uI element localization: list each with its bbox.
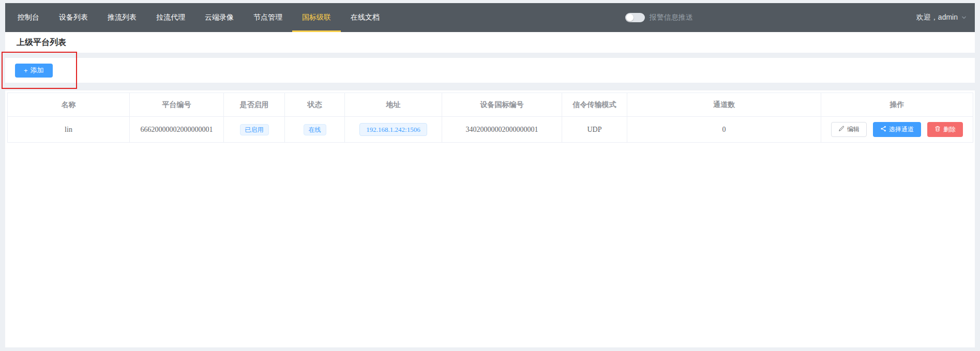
cell-enabled: 已启用 bbox=[224, 117, 285, 143]
toggle-knob bbox=[626, 14, 634, 21]
page-title: 上级平台列表 bbox=[17, 37, 66, 48]
cell-address: 192.168.1.242:1506 bbox=[345, 117, 442, 143]
select-channel-label: 选择通道 bbox=[889, 125, 914, 134]
nav-item-node-manage[interactable]: 节点管理 bbox=[244, 3, 292, 32]
nav-item-cloud-record[interactable]: 云端录像 bbox=[195, 3, 244, 32]
toolbar: + 添加 bbox=[5, 58, 975, 83]
alarm-push-toggle[interactable] bbox=[625, 13, 645, 22]
col-header-status: 状态 bbox=[285, 93, 345, 117]
cell-transport-mode: UDP bbox=[562, 117, 627, 143]
enabled-badge: 已启用 bbox=[240, 124, 269, 135]
col-header-name: 名称 bbox=[8, 93, 130, 117]
col-header-platform-id: 平台编号 bbox=[130, 93, 224, 117]
chevron-down-icon bbox=[961, 15, 967, 20]
cell-name: lin bbox=[8, 117, 130, 143]
page: 控制台 设备列表 推流列表 拉流代理 云端录像 节点管理 国标级联 在线文档 报… bbox=[0, 0, 980, 347]
title-card: 上级平台列表 bbox=[5, 32, 975, 53]
nav-item-push-list[interactable]: 推流列表 bbox=[98, 3, 146, 32]
nav-item-pull-proxy[interactable]: 拉流代理 bbox=[146, 3, 195, 32]
nav-item-online-docs[interactable]: 在线文档 bbox=[341, 3, 389, 32]
col-header-enabled: 是否启用 bbox=[224, 93, 285, 117]
top-navbar: 控制台 设备列表 推流列表 拉流代理 云端录像 节点管理 国标级联 在线文档 报… bbox=[5, 3, 975, 32]
status-badge: 在线 bbox=[304, 124, 326, 135]
nav-item-console[interactable]: 控制台 bbox=[8, 3, 49, 32]
edit-button[interactable]: 编辑 bbox=[831, 122, 867, 137]
nav-item-device-list[interactable]: 设备列表 bbox=[49, 3, 98, 32]
delete-button[interactable]: 删除 bbox=[927, 122, 963, 137]
cell-gb-device-id: 34020000002000000001 bbox=[442, 117, 562, 143]
trash-icon bbox=[934, 126, 941, 133]
col-header-channel-count: 通道数 bbox=[627, 93, 821, 117]
add-button-label: 添加 bbox=[31, 66, 44, 75]
cell-actions: 编辑 选择通道 bbox=[821, 117, 973, 143]
nav-item-gb-cascade[interactable]: 国标级联 bbox=[292, 3, 341, 32]
cell-channel-count: 0 bbox=[627, 117, 821, 143]
cell-status: 在线 bbox=[285, 117, 345, 143]
delete-button-label: 删除 bbox=[943, 125, 956, 134]
welcome-text: 欢迎，admin bbox=[916, 13, 958, 22]
edit-pencil-icon bbox=[838, 126, 845, 133]
select-channel-button[interactable]: 选择通道 bbox=[873, 122, 921, 137]
edit-button-label: 编辑 bbox=[847, 125, 860, 134]
col-header-transport-mode: 信令传输模式 bbox=[562, 93, 627, 117]
alarm-push-label: 报警信息推送 bbox=[650, 13, 693, 22]
col-header-gb-device-id: 设备国标编号 bbox=[442, 93, 562, 117]
platform-table: 名称 平台编号 是否启用 状态 地址 设备国标编号 信令传输模式 通道数 操作 … bbox=[7, 93, 973, 143]
user-menu[interactable]: 欢迎，admin bbox=[916, 13, 975, 22]
plus-icon: + bbox=[24, 67, 28, 74]
alarm-push-group: 报警信息推送 bbox=[625, 13, 693, 22]
add-button[interactable]: + 添加 bbox=[15, 64, 53, 78]
table-row: lin 66620000002000000001 已启用 在线 192.168.… bbox=[8, 117, 973, 143]
platform-table-card: 名称 平台编号 是否启用 状态 地址 设备国标编号 信令传输模式 通道数 操作 … bbox=[5, 90, 975, 347]
navbar-right: 报警信息推送 欢迎，admin bbox=[625, 3, 975, 32]
table-header-row: 名称 平台编号 是否启用 状态 地址 设备国标编号 信令传输模式 通道数 操作 bbox=[8, 93, 973, 117]
address-chip[interactable]: 192.168.1.242:1506 bbox=[359, 123, 427, 136]
cell-platform-id: 66620000002000000001 bbox=[130, 117, 224, 143]
share-icon bbox=[880, 126, 886, 133]
col-header-actions: 操作 bbox=[821, 93, 973, 117]
col-header-address: 地址 bbox=[345, 93, 442, 117]
